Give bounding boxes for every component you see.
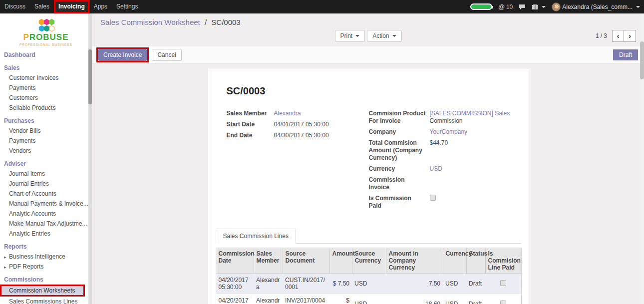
sidebar-item-payments-sales[interactable]: Payments — [0, 83, 92, 93]
caret-down-icon — [636, 6, 640, 8]
field-group-left: Sales Member Alexandra Start Date 04/01/… — [227, 110, 369, 213]
column-header[interactable]: Source Document — [283, 248, 329, 274]
is-commission-paid-checkbox — [430, 195, 436, 201]
column-header[interactable]: Currency — [443, 248, 466, 274]
action-dropdown-button[interactable]: Action — [367, 30, 401, 42]
field-commission-product: Commision Product For Invoice [SALES COM… — [369, 110, 510, 125]
topbar-right-icons: @ 10 Alexandra (Sales_comm... — [470, 2, 644, 11]
column-header[interactable]: Sales Member — [254, 248, 283, 274]
sidebar-item-analytic-entries[interactable]: Analytic Entries — [0, 229, 92, 239]
sidebar-scrollbar-thumb[interactable] — [88, 49, 92, 104]
menu-discuss[interactable]: Discuss — [0, 0, 30, 13]
table-header-row: Commission Date Sales Member Source Docu… — [216, 248, 521, 274]
menu-apps[interactable]: Apps — [89, 0, 112, 13]
sidebar-item-journal-items[interactable]: Journal Items — [0, 169, 92, 179]
sidebar-item-vendor-bills[interactable]: Vendor Bills — [0, 126, 92, 136]
breadcrumb-separator: / — [205, 18, 207, 26]
pager-previous-button[interactable] — [612, 30, 624, 42]
sales-member-link[interactable]: Alexandra — [274, 110, 301, 117]
field-total-commission-amount: Total Commision Amount (Company Currency… — [369, 139, 510, 162]
user-menu[interactable]: Alexandra (Sales_comm... — [552, 2, 640, 11]
field-start-date: Start Date 04/01/2017 05:30:00 — [227, 121, 369, 128]
form-view-container: SC/0003 Sales Member Alexandra Start Dat… — [92, 63, 644, 304]
caret-right-icon — [4, 265, 7, 270]
page-scrollbar[interactable] — [640, 13, 644, 304]
sidebar-item-commission-worksheets[interactable]: Commission Worksheets — [0, 285, 85, 297]
battery-indicator — [470, 3, 492, 10]
table-row[interactable]: 04/20/2017 05:30:00 Alexandra INV/2017/0… — [216, 294, 521, 304]
end-date-value: 04/30/2017 05:30:00 — [274, 132, 329, 139]
sidebar: ⬢⬢⬢ ⬢⬢⬡ PROBUSE PROFESSIONAL BUSINESS Da… — [0, 13, 92, 304]
breadcrumb: Sales Commission Worksheet / SC/0003 — [100, 18, 636, 26]
form-statusbar: Create Invoice Cancel Draft — [92, 46, 644, 63]
caret-down-icon — [355, 35, 359, 37]
menu-sales[interactable]: Sales — [30, 0, 54, 13]
breadcrumb-current: SC/0003 — [211, 18, 240, 26]
sidebar-item-business-intelligence[interactable]: Business Intelligence — [0, 252, 92, 262]
column-header[interactable]: Source Currency — [352, 248, 386, 274]
sidebar-section-reports[interactable]: Reports — [0, 239, 92, 252]
commission-product-tail: Commission — [430, 117, 463, 124]
sidebar-item-payments-purchases[interactable]: Payments — [0, 136, 92, 146]
sidebar-section-sales[interactable]: Sales — [0, 60, 92, 73]
commission-product-link[interactable]: [SALES COMMISSION] Sales — [430, 110, 510, 117]
column-header[interactable]: Status — [466, 248, 485, 274]
sidebar-item-manual-payments-invoice[interactable]: Manual Payments & Invoice... — [0, 199, 92, 209]
support-menu[interactable] — [532, 4, 546, 10]
sidebar-scrollbar[interactable] — [88, 13, 92, 304]
column-header[interactable]: Commission Date — [216, 248, 254, 274]
pager-count: 1 / 3 — [596, 32, 607, 39]
sidebar-item-journal-entries[interactable]: Journal Entries — [0, 179, 92, 189]
avatar — [552, 2, 561, 11]
status-badge-draft: Draft — [613, 49, 638, 60]
control-panel: Sales Commission Worksheet / SC/0003 Pri… — [92, 13, 644, 46]
activity-count: 10 — [506, 3, 513, 10]
tab-sales-commission-lines[interactable]: Sales Commission Lines — [216, 229, 296, 244]
sidebar-section-commissions[interactable]: Commissions — [0, 272, 92, 285]
messages-menu[interactable] — [519, 4, 526, 10]
table-row[interactable]: 04/20/2017 05:30:00 Alexandra CUST.IN/20… — [216, 274, 521, 294]
sidebar-item-sales-commissions-lines[interactable]: Sales Commissions Lines — [0, 297, 92, 304]
commission-lines-table: Commission Date Sales Member Source Docu… — [216, 248, 522, 304]
sidebar-item-analytic-accounts[interactable]: Analytic Accounts — [0, 209, 92, 219]
field-is-commission-paid: Is Commission Paid — [369, 195, 510, 210]
activity-menu[interactable]: @ 10 — [498, 3, 513, 10]
logo-subtitle: PROFESSIONAL BUSINESS — [0, 43, 92, 46]
field-currency: Currency USD — [369, 165, 510, 173]
sidebar-item-chart-of-accounts[interactable]: Chart of Accounts — [0, 189, 92, 199]
sidebar-item-vendors[interactable]: Vendors — [0, 146, 92, 156]
chat-bubble-icon — [519, 4, 526, 10]
company-link[interactable]: YourCompany — [430, 128, 468, 136]
currency-link[interactable]: USD — [430, 165, 442, 173]
gift-icon — [532, 4, 538, 10]
logo-hexagons-icon: ⬢⬢⬢ ⬢⬢⬡ — [0, 18, 92, 31]
caret-down-icon — [542, 6, 546, 8]
sidebar-item-pdf-reports[interactable]: PDF Reports — [0, 262, 92, 272]
company-logo: ⬢⬢⬢ ⬢⬢⬡ PROBUSE PROFESSIONAL BUSINESS — [0, 13, 92, 49]
menu-invoicing[interactable]: Invoicing — [54, 0, 89, 13]
caret-right-icon — [4, 255, 7, 260]
breadcrumb-parent-link[interactable]: Sales Commission Worksheet — [100, 18, 200, 26]
sidebar-item-sellable-products[interactable]: Sellable Products — [0, 103, 92, 113]
column-header[interactable]: Is Commision Line Paid — [485, 248, 521, 274]
menu-settings[interactable]: Settings — [112, 0, 142, 13]
top-menubar: Discuss Sales Invoicing Apps Settings @ … — [0, 0, 644, 13]
cancel-button[interactable]: Cancel — [152, 49, 181, 61]
total-commission-amount-value: $44.70 — [430, 139, 448, 162]
pager-next-button[interactable] — [624, 30, 636, 42]
form-fields: Sales Member Alexandra Start Date 04/01/… — [227, 110, 510, 213]
page-scrollbar-thumb[interactable] — [640, 41, 644, 79]
sidebar-section-dashboard[interactable]: Dashboard — [0, 49, 92, 60]
field-commission-invoice: Commission Invoice — [369, 176, 510, 191]
print-dropdown-button[interactable]: Print — [334, 30, 365, 42]
column-header[interactable]: Amount in Company Currency — [386, 248, 443, 274]
sidebar-item-customer-invoices[interactable]: Customer Invoices — [0, 73, 92, 83]
sidebar-item-customers[interactable]: Customers — [0, 93, 92, 103]
line-paid-checkbox — [500, 280, 506, 286]
sidebar-item-make-manual-tax-adjustment[interactable]: Make Manual Tax Adjustme... — [0, 219, 92, 229]
field-end-date: End Date 04/30/2017 05:30:00 — [227, 132, 369, 139]
column-header[interactable]: Amount — [329, 248, 352, 274]
sidebar-section-purchases[interactable]: Purchases — [0, 113, 92, 126]
sidebar-section-adviser[interactable]: Adviser — [0, 156, 92, 169]
create-invoice-button[interactable]: Create Invoice — [98, 49, 147, 61]
